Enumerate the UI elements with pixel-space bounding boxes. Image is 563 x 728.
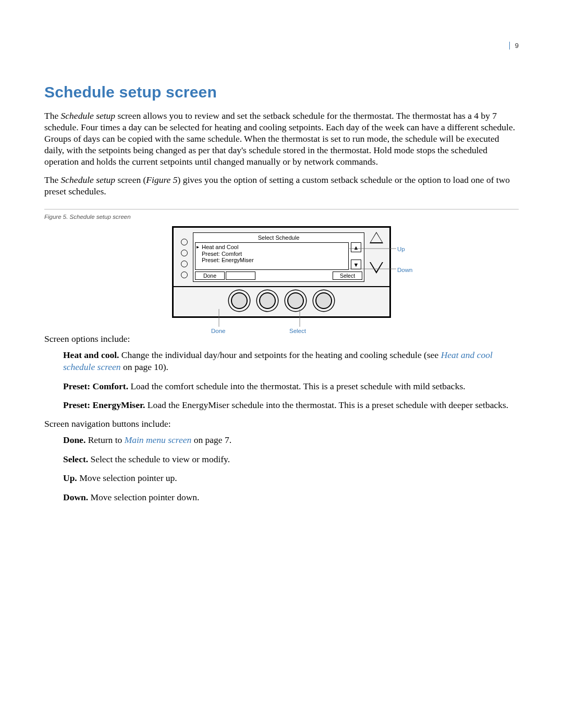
lcd-title: Select Schedule bbox=[193, 233, 364, 242]
indicator-dot bbox=[181, 272, 188, 278]
callout-up: Up bbox=[397, 246, 405, 252]
hard-button-4 bbox=[315, 292, 332, 309]
indicator-dot bbox=[181, 261, 188, 267]
hard-button-3 bbox=[287, 292, 304, 309]
figure-caption: Figure 5. Schedule setup screen bbox=[44, 214, 519, 220]
device-illustration: Select Schedule Heat and Cool Preset: Co… bbox=[172, 226, 391, 318]
nav-down: Down. Move selection pointer down. bbox=[63, 491, 519, 503]
paragraph-2: The Schedule setup screen (Figure 5) giv… bbox=[44, 175, 519, 198]
option-preset-energymiser: Preset: EnergyMiser. Load the EnergyMise… bbox=[63, 399, 519, 411]
page-number: 9 bbox=[509, 42, 519, 50]
softkey-done: Done bbox=[195, 272, 225, 280]
lcd-item: Heat and Cool bbox=[198, 244, 346, 251]
paragraph-1: The Schedule setup screen allows you to … bbox=[44, 110, 519, 167]
hard-button-2 bbox=[259, 292, 276, 309]
softkey-blank bbox=[226, 272, 255, 280]
callout-down: Down bbox=[397, 267, 412, 273]
lcd-item: Preset: EnergyMiser bbox=[198, 257, 346, 264]
nav-up: Up. Move selection pointer up. bbox=[63, 472, 519, 484]
options-intro: Screen options include: bbox=[44, 334, 519, 345]
nav-select: Select. Select the schedule to view or m… bbox=[63, 453, 519, 465]
scroll-down-icon: ▼ bbox=[351, 260, 361, 269]
callout-done: Done bbox=[211, 328, 226, 334]
scroll-up-icon: ▲ bbox=[351, 242, 361, 252]
nav-intro: Screen navigation buttons include: bbox=[44, 418, 519, 430]
indicator-dot bbox=[181, 239, 188, 245]
nav-done: Done. Return to Main menu screen on page… bbox=[63, 434, 519, 446]
indicator-dot bbox=[181, 250, 188, 256]
hard-button-1 bbox=[231, 292, 248, 309]
link-main-menu[interactable]: Main menu screen bbox=[125, 435, 192, 445]
callout-select: Select bbox=[289, 328, 306, 334]
option-heat-cool: Heat and cool. Change the individual day… bbox=[63, 349, 519, 373]
option-preset-comfort: Preset: Comfort. Load the comfort schedu… bbox=[63, 380, 519, 392]
page-heading: Schedule setup screen bbox=[44, 83, 519, 101]
lcd-screen: Select Schedule Heat and Cool Preset: Co… bbox=[193, 232, 364, 282]
lcd-item: Preset: Comfort bbox=[198, 251, 346, 257]
softkey-select: Select bbox=[333, 272, 362, 280]
